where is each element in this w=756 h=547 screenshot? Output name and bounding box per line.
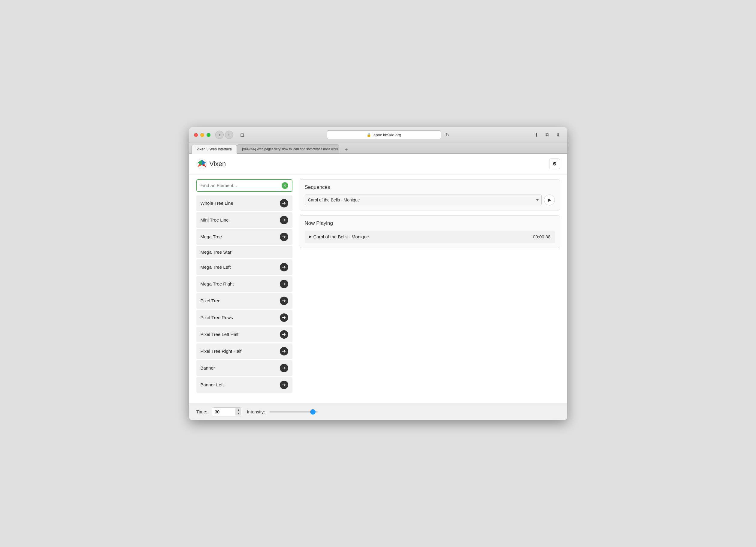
gear-icon: ⚙ xyxy=(552,161,557,167)
search-clear-button[interactable]: ✕ xyxy=(282,182,288,189)
element-item-pixel-tree-left-half[interactable]: Pixel Tree Left Half➜ xyxy=(196,327,292,342)
element-arrow-banner-left[interactable]: ➜ xyxy=(280,381,288,389)
address-bar[interactable]: 🔒 apoc.kb9kld.org xyxy=(327,130,441,139)
close-button[interactable] xyxy=(194,133,198,137)
element-list: Whole Tree Line➜Mini Tree Line➜Mega Tree… xyxy=(196,195,292,393)
element-item-pixel-tree[interactable]: Pixel Tree➜ xyxy=(196,293,292,309)
element-item-mega-tree-star[interactable]: Mega Tree Star xyxy=(196,246,292,258)
toolbar-buttons: ⬆ ⧉ ⬇ xyxy=(532,131,562,139)
element-arrow-pixel-tree-right-half[interactable]: ➜ xyxy=(280,347,288,355)
intensity-track xyxy=(270,411,318,413)
tab-overview-button[interactable]: ⧉ xyxy=(543,131,552,139)
sequence-select[interactable]: Carol of the Bells - MoniqueJingle Bells… xyxy=(305,195,542,205)
element-name-mega-tree-star: Mega Tree Star xyxy=(201,249,231,255)
element-item-banner-left[interactable]: Banner Left➜ xyxy=(196,377,292,393)
element-item-pixel-tree-rows[interactable]: Pixel Tree Rows➜ xyxy=(196,310,292,325)
element-name-mega-tree-left: Mega Tree Left xyxy=(201,264,231,270)
tab-vixen-label: Vixen 3 Web Interface xyxy=(197,147,232,151)
app-header: Vixen ⚙ xyxy=(189,154,567,174)
element-arrow-pixel-tree-rows[interactable]: ➜ xyxy=(280,313,288,322)
element-name-mega-tree: Mega Tree xyxy=(201,234,222,239)
arrow-right-icon: ➜ xyxy=(282,298,286,304)
vixen-logo-icon xyxy=(196,159,207,169)
address-text: apoc.kb9kld.org xyxy=(373,133,401,137)
time-label: Time: xyxy=(196,409,207,414)
arrow-right-icon: ➜ xyxy=(282,315,286,320)
arrow-right-icon: ➜ xyxy=(282,348,286,354)
settings-button[interactable]: ⚙ xyxy=(549,159,560,169)
element-arrow-mega-tree[interactable]: ➜ xyxy=(280,233,288,241)
element-name-pixel-tree-right-half: Pixel Tree Right Half xyxy=(201,349,242,354)
time-increment-button[interactable]: ▲ xyxy=(235,408,241,412)
element-arrow-whole-tree-line[interactable]: ➜ xyxy=(280,199,288,207)
arrow-right-icon: ➜ xyxy=(282,234,286,240)
now-playing-track: ▶ Carol of the Bells - Monique xyxy=(309,234,369,239)
arrow-right-icon: ➜ xyxy=(282,264,286,270)
element-name-mini-tree-line: Mini Tree Line xyxy=(201,217,229,222)
now-playing-timestamp: 00:00:38 xyxy=(533,234,550,239)
main-layout: ✕ Whole Tree Line➜Mini Tree Line➜Mega Tr… xyxy=(189,174,567,397)
element-item-pixel-tree-right-half[interactable]: Pixel Tree Right Half➜ xyxy=(196,343,292,359)
element-name-pixel-tree-rows: Pixel Tree Rows xyxy=(201,315,233,320)
tab-bugreport-label: [VIX-356] Web pages very slow to load an… xyxy=(242,147,339,151)
element-item-mini-tree-line[interactable]: Mini Tree Line➜ xyxy=(196,212,292,228)
element-item-mega-tree-left[interactable]: Mega Tree Left➜ xyxy=(196,259,292,275)
element-arrow-mini-tree-line[interactable]: ➜ xyxy=(280,216,288,224)
download-button[interactable]: ⬇ xyxy=(554,131,562,139)
element-item-banner[interactable]: Banner➜ xyxy=(196,360,292,376)
element-name-pixel-tree: Pixel Tree xyxy=(201,298,221,303)
arrow-right-icon: ➜ xyxy=(282,200,286,206)
element-arrow-mega-tree-left[interactable]: ➜ xyxy=(280,263,288,271)
element-item-mega-tree[interactable]: Mega Tree➜ xyxy=(196,229,292,245)
back-button[interactable]: ‹ xyxy=(215,131,224,139)
address-bar-container: 🔒 apoc.kb9kld.org ↻ xyxy=(246,130,532,139)
minimize-button[interactable] xyxy=(200,133,204,137)
play-sequence-button[interactable]: ▶ xyxy=(544,195,555,205)
arrow-right-icon: ➜ xyxy=(282,331,286,337)
app-title: Vixen xyxy=(210,160,226,168)
page-content: Vixen ⚙ ✕ Whole Tree Line➜Mini Tree Line… xyxy=(189,154,567,403)
search-input[interactable] xyxy=(201,183,282,188)
now-playing-title: Now Playing xyxy=(305,220,555,226)
intensity-thumb[interactable] xyxy=(310,409,316,415)
title-bar: ‹ › ⊡ 🔒 apoc.kb9kld.org ↻ ⬆ ⧉ ⬇ xyxy=(189,127,567,143)
time-decrement-button[interactable]: ▼ xyxy=(235,412,241,416)
element-arrow-pixel-tree-left-half[interactable]: ➜ xyxy=(280,330,288,339)
tab-bugreport[interactable]: [VIX-356] Web pages very slow to load an… xyxy=(237,144,339,153)
forward-button[interactable]: › xyxy=(225,131,233,139)
element-item-mega-tree-right[interactable]: Mega Tree Right➜ xyxy=(196,276,292,292)
intensity-slider-container xyxy=(270,411,318,413)
search-bar: ✕ xyxy=(196,179,292,192)
maximize-button[interactable] xyxy=(207,133,210,137)
tab-vixen[interactable]: Vixen 3 Web Interface xyxy=(192,145,237,154)
new-tab-button[interactable]: + xyxy=(343,146,350,153)
arrow-right-icon: ➜ xyxy=(282,382,286,388)
tab-bar: Vixen 3 Web Interface [VIX-356] Web page… xyxy=(189,143,567,154)
bottom-bar: Time: ▲ ▼ Intensity: xyxy=(189,403,567,420)
element-name-banner-left: Banner Left xyxy=(201,382,224,387)
share-button[interactable]: ⬆ xyxy=(532,131,541,139)
element-arrow-banner[interactable]: ➜ xyxy=(280,364,288,372)
element-name-banner: Banner xyxy=(201,365,215,370)
sequence-controls: Carol of the Bells - MoniqueJingle Bells… xyxy=(305,195,555,205)
refresh-button[interactable]: ↻ xyxy=(443,131,452,139)
element-arrow-pixel-tree[interactable]: ➜ xyxy=(280,297,288,305)
now-playing-item: ▶ Carol of the Bells - Monique 00:00:38 xyxy=(305,231,555,243)
element-item-whole-tree-line[interactable]: Whole Tree Line➜ xyxy=(196,195,292,211)
time-input-container: ▲ ▼ xyxy=(212,407,242,416)
app-logo: Vixen xyxy=(196,159,226,169)
reader-button[interactable]: ⊡ xyxy=(238,131,246,139)
browser-window: ‹ › ⊡ 🔒 apoc.kb9kld.org ↻ ⬆ ⧉ ⬇ Vixen 3 … xyxy=(189,127,567,420)
playing-indicator-icon: ▶ xyxy=(309,234,312,239)
sequences-section: Sequences Carol of the Bells - MoniqueJi… xyxy=(300,179,560,210)
left-panel: ✕ Whole Tree Line➜Mini Tree Line➜Mega Tr… xyxy=(196,179,292,393)
element-arrow-mega-tree-right[interactable]: ➜ xyxy=(280,280,288,288)
arrow-right-icon: ➜ xyxy=(282,365,286,371)
arrow-right-icon: ➜ xyxy=(282,217,286,223)
nav-buttons: ‹ › xyxy=(215,131,233,139)
now-playing-section: Now Playing ▶ Carol of the Bells - Moniq… xyxy=(300,215,560,248)
now-playing-track-name: Carol of the Bells - Monique xyxy=(313,234,369,239)
play-icon: ▶ xyxy=(548,197,551,203)
element-name-mega-tree-right: Mega Tree Right xyxy=(201,281,234,286)
right-panel: Sequences Carol of the Bells - MoniqueJi… xyxy=(300,179,560,393)
